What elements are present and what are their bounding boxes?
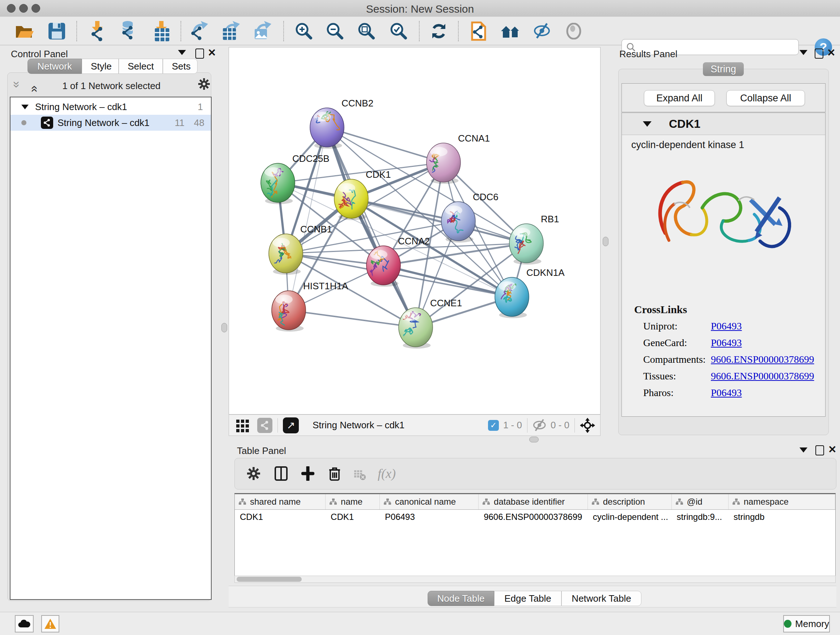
import-table-icon [151, 21, 172, 41]
network-node[interactable] [399, 308, 433, 348]
table-panel-menu-button[interactable] [799, 448, 807, 453]
table-panel-float-button[interactable] [815, 445, 824, 455]
network-node[interactable] [426, 143, 461, 185]
column-header-sharedname[interactable]: shared name [235, 494, 325, 509]
tab-network[interactable]: Network [27, 59, 82, 74]
zoom-selected-button[interactable] [388, 22, 409, 41]
network-collection-row[interactable]: String Network – cdk1 1 [11, 99, 211, 115]
control-panel-close-button[interactable]: ✕ [208, 49, 216, 57]
show-all-button[interactable] [564, 22, 584, 41]
new-network-from-file-button[interactable] [469, 22, 489, 41]
export-image-icon [252, 21, 272, 41]
control-panel-menu-button[interactable] [178, 50, 186, 55]
tab-network-table[interactable]: Network Table [561, 591, 641, 606]
tab-edge-table[interactable]: Edge Table [494, 591, 561, 606]
network-edge[interactable] [289, 310, 416, 327]
zoom-fit-button[interactable] [356, 22, 377, 41]
network-node[interactable] [310, 108, 344, 149]
network-canvas[interactable]: CCNB2CCNA1CDC25BCDK1CDC6RB1CCNB1CCNA2CDK… [229, 47, 600, 415]
network-node[interactable] [261, 163, 295, 204]
function-builder-button[interactable]: f(x) [377, 463, 397, 484]
export-table-button[interactable] [220, 22, 240, 41]
export-image-button[interactable] [252, 22, 272, 41]
expand-all-button[interactable]: Expand All [644, 90, 715, 106]
collapse-all-networks-icon[interactable]: » [10, 81, 24, 88]
network-node[interactable] [495, 277, 529, 318]
import-network-from-database-button[interactable] [118, 22, 139, 41]
open-file-button[interactable] [14, 22, 35, 41]
crosslink-link[interactable]: 9606.ENSP00000378699 [711, 371, 814, 382]
hide-selected-button[interactable] [532, 22, 553, 41]
network-row-selected[interactable]: String Network – cdk1 11 48 [11, 115, 211, 131]
crosslink-row: GeneCard:P06493 [643, 334, 825, 351]
table-settings-button[interactable] [243, 463, 264, 484]
results-panel-menu-button[interactable] [799, 50, 807, 55]
tab-style[interactable]: Style [82, 59, 118, 74]
network-edge[interactable] [327, 127, 416, 327]
create-column-button[interactable] [298, 463, 318, 484]
gene-section-header[interactable]: CDK1 [622, 113, 825, 135]
zoom-in-button[interactable] [294, 22, 314, 41]
crosslink-label: Tissues: [643, 371, 711, 382]
pan-crosshair-icon[interactable] [580, 418, 595, 433]
table-cell: CDK1 [235, 510, 325, 524]
column-header-canonicalname[interactable]: canonical name [380, 494, 478, 509]
column-header-id[interactable]: @id [672, 494, 729, 509]
left-splitter-handle[interactable] [221, 323, 227, 333]
tab-sets[interactable]: Sets [163, 59, 197, 74]
tree-expander-icon[interactable] [21, 105, 28, 109]
crosslink-link[interactable]: 9606.ENSP00000378699 [711, 354, 814, 365]
scrollbar-thumb[interactable] [237, 577, 302, 582]
warning-status-button[interactable] [41, 615, 59, 632]
section-collapse-icon[interactable] [643, 121, 652, 127]
import-table-button[interactable] [151, 22, 172, 41]
tab-node-table[interactable]: Node Table [428, 591, 494, 606]
crosslink-link[interactable]: P06493 [711, 387, 742, 399]
column-header-name[interactable]: name [325, 494, 380, 509]
table-cell: stringdb:9... [672, 510, 729, 524]
column-header-databaseidentifier[interactable]: database identifier [478, 494, 588, 509]
control-panel-float-button[interactable] [195, 49, 204, 59]
network-overview-toggle[interactable] [257, 418, 272, 433]
delete-table-button[interactable] [350, 465, 370, 485]
network-node[interactable] [509, 224, 543, 264]
birds-eye-view-button[interactable] [235, 418, 250, 432]
results-panel: Results Panel ✕ String Expand All Collap… [610, 47, 836, 436]
expand-all-networks-icon[interactable]: » [26, 86, 40, 92]
show-columns-button[interactable] [271, 463, 291, 484]
detach-view-button[interactable]: ↗ [283, 417, 299, 433]
home-button[interactable] [500, 22, 521, 41]
export-network-button[interactable] [188, 22, 209, 41]
table-cell: P06493 [380, 510, 478, 524]
collapse-all-button[interactable]: Collapse All [726, 90, 805, 106]
node-label: CDKN1A [526, 267, 565, 278]
main-toolbar: ? [0, 17, 840, 45]
cloud-icon [18, 619, 30, 628]
crosslink-link[interactable]: P06493 [711, 320, 742, 332]
edge-count: 48 [194, 117, 204, 128]
crosslink-link[interactable]: P06493 [711, 337, 742, 348]
table-horizontal-scrollbar[interactable] [234, 576, 836, 583]
import-network-from-file-button[interactable] [88, 22, 108, 41]
zoom-in-icon [295, 22, 313, 40]
toolbar-separator [278, 418, 278, 432]
network-panel-gear-button[interactable] [198, 78, 210, 90]
delete-column-button[interactable] [325, 463, 345, 484]
memory-status-button[interactable]: Memory [783, 615, 830, 632]
cloud-status-button[interactable] [15, 615, 34, 632]
network-edge[interactable] [327, 127, 444, 163]
network-node[interactable] [272, 291, 306, 332]
tab-select[interactable]: Select [118, 59, 163, 74]
save-session-button[interactable] [47, 22, 67, 41]
column-header-namespace[interactable]: namespace [729, 494, 835, 509]
results-panel-float-button[interactable] [815, 49, 823, 59]
zoom-out-button[interactable] [325, 22, 345, 41]
table-row[interactable]: CDK1CDK1P064939606.ENSP00000378699cyclin… [235, 510, 835, 524]
refresh-button[interactable] [429, 22, 449, 41]
tab-string[interactable]: String [703, 62, 744, 76]
table-panel-close-button[interactable]: ✕ [828, 445, 836, 454]
column-header-description[interactable]: description [588, 494, 672, 509]
right-splitter-handle[interactable] [603, 237, 608, 246]
results-panel-close-button[interactable]: ✕ [827, 49, 835, 57]
selected-checkbox-icon[interactable]: ✓ [488, 420, 499, 431]
